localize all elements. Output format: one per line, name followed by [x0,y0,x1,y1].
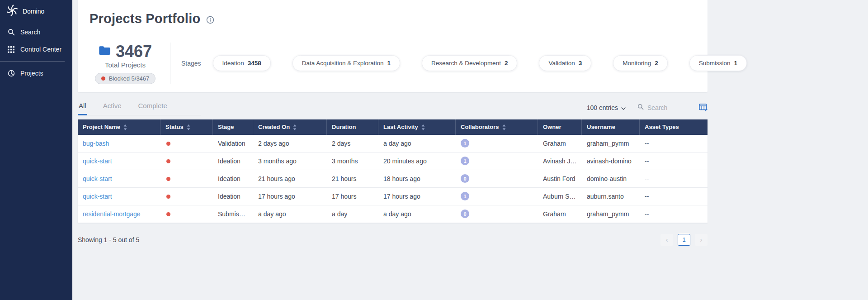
domino-logo-icon [6,5,18,18]
sort-icon[interactable] [293,124,297,130]
status-dot [166,177,170,181]
pagination: ‹ 1 › [660,234,708,246]
page-title: Projects Portfolio [90,11,200,26]
total-projects-label: Total Projects [105,61,146,69]
main-content: Projects Portfolio 3467 [78,0,708,246]
next-page-button[interactable]: › [695,234,708,246]
sidebar: Domino Search Control Center [0,0,72,300]
tabs: AllActiveComplete [78,98,201,115]
stage-pill-research-development[interactable]: Research & Development2 [422,55,517,71]
username-cell: graham_pymm [582,140,640,147]
project-link[interactable]: quick-start [83,175,112,182]
chevron-down-icon [621,104,626,111]
column-label: Owner [543,124,561,130]
sidebar-nav: Search Control Center Projects [0,24,72,82]
column-header-last-activity[interactable]: Last Activity [378,119,456,135]
stage-pill-monitoring[interactable]: Monitoring2 [613,55,668,71]
column-header-status[interactable]: Status [160,119,213,135]
sidebar-item-label: Search [20,29,40,36]
duration-cell: a day [327,210,378,218]
owner-cell: Austin Ford [538,175,582,182]
project-link[interactable]: quick-start [83,193,112,200]
stage-pill-name: Ideation [222,60,244,67]
grid-icon [7,46,15,53]
stage-cell: Validation [213,140,253,147]
total-projects-block: 3467 Total Projects Blocked 5/3467 [90,43,161,84]
collaborators-badge[interactable]: 1 [461,157,469,165]
entries-label: 100 entries [587,104,618,111]
tab-complete[interactable]: Complete [137,98,168,115]
collaborators-badge[interactable]: 0 [461,174,469,183]
entries-dropdown[interactable]: 100 entries [587,104,626,111]
sidebar-divider [0,61,65,62]
asset-types-cell: -- [640,140,708,147]
username-cell: graham_pymm [582,210,640,218]
project-link[interactable]: quick-start [83,157,112,165]
created-on-cell: 3 months ago [253,157,327,165]
sidebar-logo[interactable]: Domino [0,0,72,24]
sort-icon[interactable] [123,124,127,130]
table-row: quick-startIdeation21 hours ago21 hours1… [78,170,708,188]
sort-icon[interactable] [502,124,506,130]
column-header-created-on[interactable]: Created On [253,119,327,135]
stage-pill-ideation[interactable]: Ideation3458 [213,55,271,71]
project-link[interactable]: residential-mortgage [83,210,141,218]
folder-icon [99,46,111,57]
collaborators-badge[interactable]: 1 [461,139,469,148]
asset-types-cell: -- [640,175,708,182]
status-dot [166,159,170,163]
column-header-stage: Stage [213,119,253,135]
collaborators-badge[interactable]: 0 [461,210,469,218]
sidebar-item-control-center[interactable]: Control Center [0,41,72,58]
column-label: Duration [332,124,356,130]
collaborators-badge[interactable]: 1 [461,192,469,200]
stage-pill-name: Submission [699,60,731,67]
stage-pill-validation[interactable]: Validation3 [539,55,591,71]
status-dot [166,212,170,216]
blocked-status-dot [101,76,105,81]
duration-cell: 21 hours [327,175,378,182]
projects-icon [7,70,15,77]
sort-icon[interactable] [421,124,425,130]
asset-types-cell: -- [640,193,708,200]
column-label: Last Activity [383,124,418,130]
stats-divider [170,43,170,84]
stage-pill-count: 1 [387,60,391,67]
last-activity-cell: a day ago [378,210,456,218]
owner-cell: Graham [538,140,582,147]
blocked-pill[interactable]: Blocked 5/3467 [95,73,156,84]
last-activity-cell: 20 minutes ago [378,157,456,165]
username-cell: domino-austin [582,175,640,182]
prev-page-button[interactable]: ‹ [660,234,673,246]
stage-pill-name: Validation [548,60,575,67]
owner-cell: Avinash Joshi [538,157,582,165]
column-header-project-name[interactable]: Project Name [78,119,160,135]
project-link[interactable]: bug-bash [83,140,109,147]
search-input[interactable] [646,104,687,112]
tab-all[interactable]: All [78,98,87,115]
stage-pill-submission[interactable]: Submission1 [689,55,747,71]
page-number-button[interactable]: 1 [678,234,690,246]
info-icon[interactable] [206,16,214,24]
sidebar-item-search[interactable]: Search [0,24,72,41]
duration-cell: 3 months [327,157,378,165]
stage-pill-count: 3 [579,60,582,67]
status-dot [166,142,170,146]
column-settings-icon[interactable] [699,104,708,111]
sidebar-item-label: Projects [20,70,43,77]
created-on-cell: 17 hours ago [253,193,327,200]
stage-pill-name: Data Acquisition & Exploration [302,60,384,67]
stats-row: 3467 Total Projects Blocked 5/3467 Stage… [78,36,708,92]
stage-pill-data-acquisition-exploration[interactable]: Data Acquisition & Exploration1 [292,55,400,71]
sidebar-item-projects[interactable]: Projects [0,65,72,82]
search-box [637,104,687,112]
column-label: Project Name [83,124,120,130]
table-row: quick-startIdeation3 months ago3 months2… [78,152,708,170]
tab-active[interactable]: Active [102,98,123,115]
table-header: Project NameStatusStageCreated OnDuratio… [78,119,708,135]
asset-types-cell: -- [640,210,708,218]
sort-icon[interactable] [187,124,190,130]
stage-cell: Ideation [213,175,253,182]
column-header-collaborators[interactable]: Collaborators [456,119,538,135]
table-footer: Showing 1 - 5 out of 5 ‹ 1 › [78,234,708,246]
